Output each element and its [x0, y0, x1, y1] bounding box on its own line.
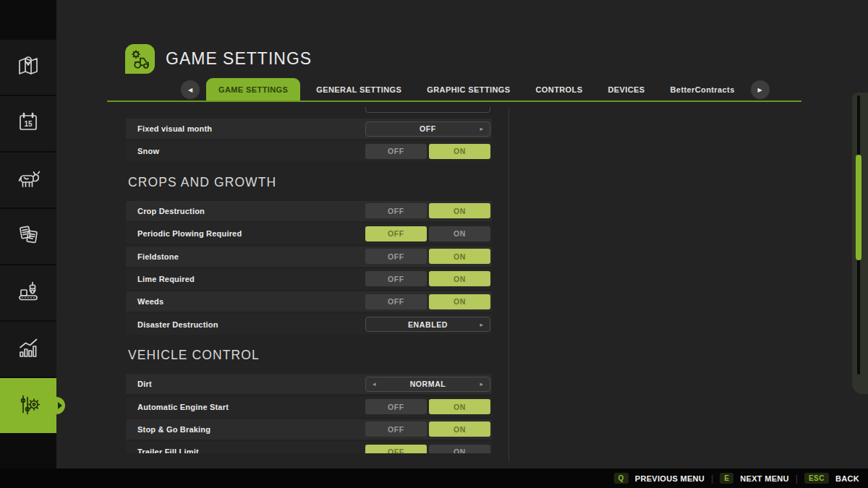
toggle-option-off[interactable]: OFF — [365, 294, 427, 309]
animals-icon — [15, 166, 41, 194]
toggle-option-off[interactable]: OFF — [365, 226, 427, 241]
key-hint-q: Q — [614, 473, 629, 484]
game-settings-screen: 15 — [0, 0, 868, 488]
key-hint-esc: ESC — [804, 473, 829, 484]
sidebar-item-calendar[interactable]: 15 — [0, 96, 56, 151]
toggle-option-off[interactable]: OFF — [365, 445, 427, 453]
sidebar-item-statistics[interactable] — [0, 322, 56, 377]
toggle-option-off[interactable]: OFF — [365, 203, 427, 218]
sidebar-item-game-settings[interactable] — [0, 378, 56, 433]
toggle-control: OFFON — [365, 203, 490, 218]
toggle-control: OFFON — [365, 271, 490, 286]
setting-row-fixed-visual-month: Fixed visual monthOFF▸ — [126, 119, 492, 139]
sidebar-item-map[interactable] — [0, 40, 56, 95]
production-icon — [15, 278, 41, 307]
setting-label: Lime Required — [137, 269, 195, 289]
tab-game-settings[interactable]: GAME SETTINGS — [206, 78, 300, 101]
tractor-gear-icon — [125, 44, 155, 74]
toggle-option-off[interactable]: OFF — [365, 144, 427, 159]
shortcut-separator: | — [796, 474, 798, 484]
setting-row-stop-go-braking: Stop & Go BrakingOFFON — [126, 419, 492, 440]
setting-label: Crop Destruction — [137, 201, 205, 221]
footer-bar: QPREVIOUS MENU|ENEXT MENU|ESCBACK — [0, 468, 868, 488]
arrow-right-icon[interactable]: ▸ — [480, 122, 483, 136]
toggle-option-on[interactable]: ON — [429, 294, 490, 309]
tab-devices[interactable]: DEVICES — [598, 78, 654, 101]
sidebar-item-animals[interactable] — [0, 153, 56, 207]
setting-row-snow: SnowOFFON — [126, 141, 492, 161]
tab-bar: ◀ GAME SETTINGSGENERAL SETTINGSGRAPHIC S… — [181, 78, 770, 101]
arrow-right-icon[interactable]: ▸ — [480, 317, 483, 331]
tab-general-settings[interactable]: GENERAL SETTINGS — [307, 78, 411, 101]
setting-label: Automatic Engine Start — [137, 397, 229, 417]
svg-text:15: 15 — [24, 120, 33, 128]
toggle-control: OFFON — [365, 294, 490, 309]
setting-row-disaster-destruction: Disaster DestructionENABLED▸ — [126, 314, 492, 335]
page-title: GAME SETTINGS — [166, 49, 312, 69]
tab-graphic-settings[interactable]: GRAPHIC SETTINGS — [417, 78, 519, 101]
chevron-right-icon: ▶ — [758, 87, 762, 93]
setting-row-dirt: Dirt◂NORMAL▸ — [126, 374, 492, 394]
selector-value: OFF — [420, 124, 436, 133]
game-settings-icon — [15, 391, 41, 420]
arrow-right-icon[interactable]: ▸ — [480, 377, 483, 391]
sidebar-item-production[interactable] — [0, 265, 56, 320]
setting-label: Fixed visual month — [137, 119, 212, 139]
toggle-control: OFFON — [365, 226, 490, 241]
settings-list: Fixed visual monthOFF▸SnowOFFONCROPS AND… — [56, 107, 801, 453]
toggle-option-on[interactable]: ON — [429, 399, 490, 414]
toggle-option-off[interactable]: OFF — [365, 421, 427, 437]
setting-row-trailer-fill-limit: Trailer Fill LimitOFFON — [126, 442, 492, 453]
toggle-control: OFFON — [365, 399, 490, 414]
map-icon — [15, 53, 41, 82]
setting-label: Periodic Plowing Required — [137, 223, 242, 244]
toggle-option-off[interactable]: OFF — [365, 249, 427, 264]
sidebar-item-contracts[interactable] — [0, 209, 56, 264]
shortcut-label-back: BACK — [835, 474, 859, 483]
setting-label: Dirt — [137, 374, 152, 394]
key-hint-e: E — [720, 473, 733, 484]
scrollbar-thumb[interactable] — [856, 155, 861, 260]
toggle-option-on[interactable]: ON — [429, 421, 490, 437]
selector-value: ENABLED — [408, 320, 448, 329]
setting-row-automatic-engine-start: Automatic Engine StartOFFON — [126, 397, 492, 417]
toggle-option-on[interactable]: ON — [429, 226, 490, 241]
section-header-vehicle-control: VEHICLE CONTROL — [128, 337, 801, 374]
chevron-left-icon: ◀ — [188, 87, 192, 93]
setting-row-periodic-plowing-required: Periodic Plowing RequiredOFFON — [126, 223, 492, 244]
setting-row-crop-destruction: Crop DestructionOFFON — [126, 201, 492, 221]
toggle-option-on[interactable]: ON — [429, 144, 490, 159]
toggle-control: OFFON — [365, 144, 490, 159]
statistics-icon — [15, 335, 41, 364]
section-header-crops-and-growth: CROPS AND GROWTH — [128, 164, 801, 201]
toggle-option-on[interactable]: ON — [429, 249, 490, 264]
toggle-control: OFFON — [365, 249, 490, 264]
selector-value: NORMAL — [410, 380, 446, 388]
tabs-prev-button[interactable]: ◀ — [181, 80, 200, 99]
arrow-left-icon[interactable]: ◂ — [373, 377, 376, 391]
toggle-option-on[interactable]: ON — [429, 271, 490, 286]
toggle-control: OFFON — [365, 421, 490, 437]
column-divider — [509, 108, 509, 461]
toggle-option-on[interactable]: ON — [429, 203, 490, 218]
toggle-option-off[interactable]: OFF — [365, 271, 427, 286]
toggle-option-on[interactable]: ON — [429, 445, 490, 453]
setting-row-fieldstone: FieldstoneOFFON — [126, 247, 492, 267]
tab-bettercontracts[interactable]: BetterContracts — [661, 78, 744, 101]
footer-shortcuts: QPREVIOUS MENU|ENEXT MENU|ESCBACK — [614, 468, 859, 488]
setting-label: Snow — [137, 141, 159, 161]
tab-controls[interactable]: CONTROLS — [527, 78, 592, 101]
setting-label: Disaster Destruction — [137, 314, 218, 335]
contracts-icon — [15, 222, 41, 251]
toggle-control: OFFON — [365, 445, 490, 453]
setting-label: Weeds — [137, 291, 163, 312]
toggle-option-off[interactable]: OFF — [365, 399, 427, 414]
selector-control[interactable]: ◂NORMAL▸ — [365, 377, 490, 392]
setting-label: Fieldstone — [137, 247, 179, 267]
tabs-next-button[interactable]: ▶ — [751, 80, 770, 99]
selector-control[interactable]: OFF▸ — [365, 121, 490, 137]
settings-viewport: Fixed visual monthOFF▸SnowOFFONCROPS AND… — [56, 107, 801, 453]
tab-underline — [107, 100, 801, 102]
setting-label: Stop & Go Braking — [137, 419, 210, 440]
selector-control[interactable]: ENABLED▸ — [365, 317, 490, 332]
